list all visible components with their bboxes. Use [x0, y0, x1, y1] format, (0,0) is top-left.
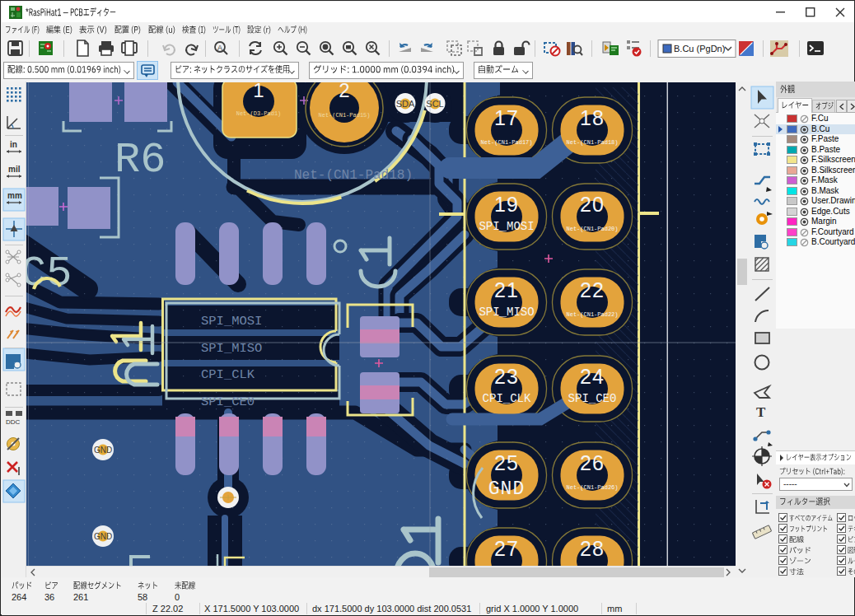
svg-text:Net-(CN1-Pad22): Net-(CN1-Pad22) [566, 311, 618, 318]
svg-text:Net-(CN1-Pad20): Net-(CN1-Pad20) [566, 226, 618, 232]
svg-text:C5: C5 [26, 250, 72, 298]
svg-text:24: 24 [580, 365, 605, 388]
svg-text:SPI_CE0: SPI_CE0 [568, 392, 617, 405]
svg-text:20: 20 [580, 193, 605, 216]
svg-text:SPI_MISO: SPI_MISO [201, 341, 262, 356]
svg-text:SPI_MISO: SPI_MISO [479, 306, 534, 319]
svg-text:CPI_CLK: CPI_CLK [483, 392, 531, 405]
svg-text:26: 26 [580, 451, 605, 474]
svg-text:GND: GND [488, 478, 525, 500]
svg-text:T: T [756, 404, 766, 420]
svg-text:B.Cu (PgDn): B.Cu (PgDn) [674, 44, 725, 54]
svg-text:Net-(CN1-Pad18): Net-(CN1-Pad18) [566, 139, 618, 146]
svg-text:21: 21 [494, 278, 519, 301]
svg-text:25: 25 [494, 451, 519, 474]
svg-text:23: 23 [494, 365, 519, 388]
svg-text:SPI_MOSI: SPI_MOSI [201, 314, 262, 329]
svg-text:19: 19 [494, 193, 519, 216]
svg-text:mm: mm [7, 191, 22, 200]
svg-text:Net-(CN1-Pad15): Net-(CN1-Pad15) [318, 112, 370, 119]
svg-text:22: 22 [580, 278, 605, 301]
svg-text:SPI_CE0: SPI_CE0 [201, 394, 255, 409]
svg-text:Net-(CN1-Pad26): Net-(CN1-Pad26) [566, 484, 618, 491]
svg-text:GND: GND [94, 532, 112, 541]
svg-text:in: in [10, 140, 17, 149]
svg-text:18: 18 [580, 106, 605, 129]
svg-text:Net-(CN1-Pad18): Net-(CN1-Pad18) [294, 168, 413, 183]
svg-text:Net-(CN1-Pad17): Net-(CN1-Pad17) [480, 139, 532, 146]
svg-text:DDC: DDC [6, 418, 21, 426]
svg-text:mil: mil [8, 165, 21, 174]
svg-text:R6: R6 [114, 136, 166, 184]
svg-text:SDA: SDA [396, 99, 415, 109]
svg-text:17: 17 [494, 106, 519, 129]
svg-text:SCL: SCL [426, 99, 443, 109]
svg-text:1: 1 [253, 82, 264, 101]
svg-text:CPI_CLK: CPI_CLK [201, 367, 255, 382]
svg-text:GND: GND [94, 446, 112, 455]
svg-text:2: 2 [339, 82, 349, 101]
svg-text:A: A [217, 44, 222, 52]
svg-text:27: 27 [494, 537, 519, 560]
svg-text:SPI_MOSI: SPI_MOSI [479, 220, 534, 233]
svg-text:Net-(D3-Pad1): Net-(D3-Pad1) [236, 110, 282, 117]
svg-text:28: 28 [580, 537, 605, 560]
